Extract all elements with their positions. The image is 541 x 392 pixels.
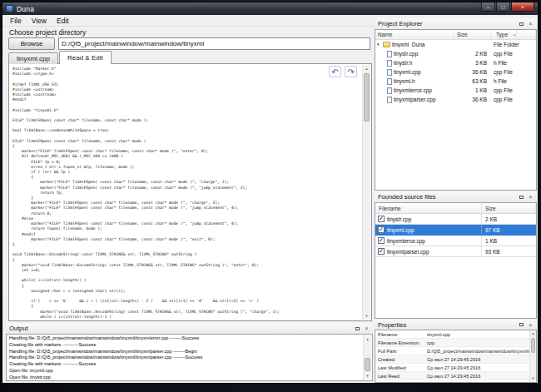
founded-files-titlebar[interactable]: Founded source files × — [375, 191, 537, 202]
property-row: Full Path: D:/Qt5_project/mainwindow/mai… — [375, 347, 529, 355]
output-scrollbar[interactable]: ▲ ▼ — [363, 335, 371, 380]
file-name: tinyxml.cpp — [387, 227, 414, 233]
dock-close-icon[interactable]: × — [526, 20, 535, 28]
scrollbar-thumb[interactable] — [365, 358, 370, 371]
float-icon[interactable] — [353, 325, 362, 333]
tree-row[interactable]: tinystr.h 3 KB h File — [375, 58, 536, 67]
property-key: Filename Extension: — [375, 340, 427, 345]
expander-icon[interactable]: ▾ — [377, 42, 381, 47]
check-icon: ✓ — [379, 248, 384, 254]
scroll-down-icon[interactable]: ▼ — [530, 375, 536, 382]
editor-scrollbar[interactable]: ▲ ▼ — [362, 65, 370, 320]
file-type: cpp File — [491, 51, 536, 57]
scrollbar-thumb[interactable] — [531, 338, 535, 353]
checkbox[interactable]: ✓ — [378, 237, 385, 244]
project-explorer-titlebar[interactable]: Project Explorer × — [375, 18, 537, 29]
scroll-up-icon[interactable]: ▲ — [364, 335, 371, 343]
tab[interactable]: Read & Edit — [59, 51, 112, 64]
log-line: Creating file with markers: ----------Su… — [9, 342, 362, 349]
project-path-input[interactable]: D:/Qt5_project/mainwindow/mainwindow/tin… — [58, 37, 370, 50]
close-button[interactable]: × — [511, 2, 534, 12]
column-header-size[interactable]: Size — [482, 203, 536, 213]
app-icon — [6, 5, 13, 12]
dock-title: Project Explorer — [378, 20, 517, 27]
dock-close-icon[interactable]: × — [362, 325, 371, 333]
menu-item[interactable]: File — [5, 16, 27, 26]
file-size: 36 KB — [454, 97, 491, 102]
file-icon — [387, 78, 392, 85]
column-header-filename[interactable]: Filename — [375, 203, 482, 213]
redo-icon[interactable]: ↷ — [345, 66, 357, 77]
output-body: Handling file: D:/Qt5_project/mainwindow… — [6, 334, 373, 381]
choose-directory-label: Choose project directory — [9, 28, 86, 37]
log-line: Open file: tinyxml.cpp — [9, 368, 362, 375]
minimize-button[interactable]: – — [481, 2, 495, 12]
properties-table: Filename: tinyxml.cpp Filename Extension… — [375, 330, 529, 382]
undo-icon[interactable]: ↶ — [329, 66, 341, 77]
source-file-row[interactable]: ✓ tinyxmlparser.cpp 93 KB — [375, 246, 536, 257]
file-size: 1 KB — [454, 87, 491, 93]
checkbox[interactable]: ✓ — [378, 216, 385, 222]
float-icon[interactable] — [517, 20, 526, 28]
properties-scrollbar[interactable]: ▲ ▼ — [529, 330, 536, 382]
app-window: Duna – □ × FileViewEdit Choose project d… — [2, 2, 539, 384]
tree-row[interactable]: tinystr.cpp 2 KB cpp File — [375, 49, 536, 58]
properties-titlebar[interactable]: Properties × — [375, 320, 537, 330]
tree-row[interactable]: tinyxmlparser.cpp 36 KB cpp File — [375, 95, 536, 104]
tree-row[interactable]: tinyxml.h 63 KB h File — [375, 77, 536, 86]
scroll-down-icon[interactable]: ▼ — [364, 372, 371, 380]
checkbox[interactable]: ✓ — [378, 248, 385, 255]
tree-row[interactable]: tinyxmlerror.cpp 1 KB cpp File — [375, 86, 536, 95]
property-key: Last Modified: — [375, 365, 427, 370]
tree-row[interactable]: tinyxml.cpp 36 KB cpp File — [375, 67, 536, 77]
source-file-row[interactable]: ✓ tinystr.cpp 2 KB — [375, 214, 536, 225]
file-type: h File — [491, 60, 536, 66]
log-line: Handling file: D:/Qt5_project/mainwindow… — [9, 355, 362, 361]
code-editor[interactable]: #include "Marker.h" #include <ctype.h> #… — [8, 63, 372, 321]
file-name: tinystr.cpp — [387, 216, 411, 222]
column-header-type[interactable]: Type▲ — [491, 30, 536, 39]
dock-close-icon[interactable]: × — [526, 320, 535, 329]
properties-body: Filename: tinyxml.cpp Filename Extension… — [375, 330, 537, 383]
menu-item[interactable]: View — [27, 16, 52, 26]
dock-close-icon[interactable]: × — [526, 193, 535, 201]
founded-files-panel: Founded source files × Filename Size ✓ t… — [375, 191, 537, 319]
scroll-up-icon[interactable]: ▲ — [363, 65, 370, 72]
menu-item[interactable]: Edit — [52, 16, 74, 26]
file-type: File Folder — [491, 42, 536, 47]
check-icon: ✓ — [379, 237, 384, 243]
file-size: 1 KB — [482, 238, 536, 244]
maximize-button[interactable]: □ — [496, 2, 510, 12]
titlebar[interactable]: Duna – □ × — [2, 2, 538, 15]
project-explorer-panel: Project Explorer × Name Size Type▲ ▾ — [375, 18, 537, 191]
file-type: cpp File — [491, 69, 536, 75]
browse-button[interactable]: Browse — [8, 37, 55, 50]
tab[interactable]: tinyxml.cpp — [8, 52, 58, 64]
edit-controls: ↶ ↷ — [329, 66, 357, 77]
tree-row[interactable]: ▾ tinyxml_Duna File Folder — [375, 40, 536, 49]
checkbox[interactable]: ✓ — [378, 226, 385, 233]
property-value: Ср июл 27 14:29:45 2016 — [427, 365, 529, 370]
file-name: tinyxmlparser.cpp — [387, 249, 429, 255]
file-name: tinyxml_Duna — [392, 42, 424, 47]
file-size: 93 KB — [482, 249, 536, 255]
property-key: Filename: — [375, 332, 427, 337]
log-lines: Handling file: D:/Qt5_project/mainwindow… — [9, 335, 362, 380]
scroll-down-icon[interactable]: ▼ — [363, 312, 370, 320]
filename-cell: ✓ tinyxmlerror.cpp — [375, 236, 482, 246]
project-tree: ▾ tinyxml_Duna File Folder — [375, 40, 536, 104]
file-icon — [387, 51, 392, 57]
column-header-name[interactable]: Name — [375, 30, 454, 39]
code-text[interactable]: #include "Marker.h" #include <ctype.h> #… — [12, 67, 360, 319]
scroll-up-icon[interactable]: ▲ — [530, 330, 536, 337]
float-icon[interactable] — [517, 320, 526, 329]
scrollbar-thumb[interactable] — [364, 73, 370, 122]
check-icon: ✓ — [379, 216, 384, 221]
float-icon[interactable] — [517, 193, 526, 201]
file-size: 2 KB — [454, 51, 491, 57]
source-file-row[interactable]: ✓ tinyxmlerror.cpp 1 KB — [375, 236, 536, 246]
column-header-size[interactable]: Size — [454, 30, 491, 39]
source-file-row[interactable]: ✓ tinyxml.cpp 97 KB — [375, 225, 536, 236]
tree-name-cell: tinyxmlerror.cpp — [375, 87, 454, 94]
output-titlebar[interactable]: Output × — [6, 323, 373, 334]
